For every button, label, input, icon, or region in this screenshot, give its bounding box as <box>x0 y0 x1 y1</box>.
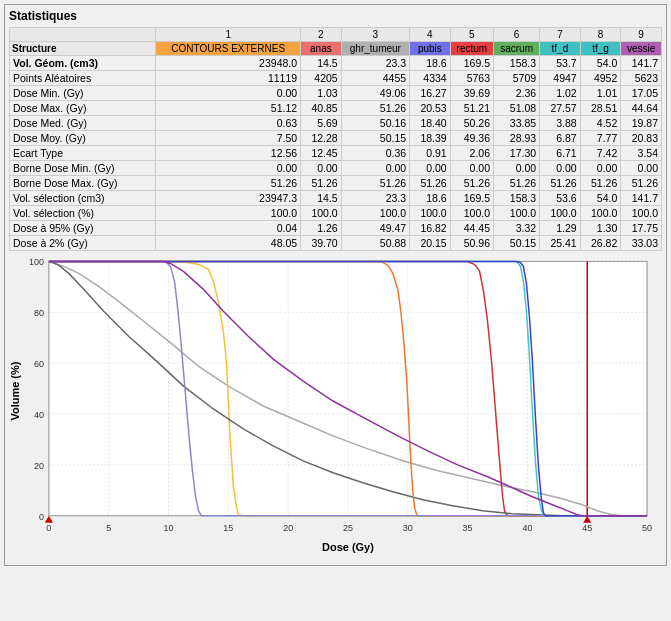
cell-value: 33.85 <box>494 116 540 131</box>
cell-value: 0.00 <box>156 161 301 176</box>
table-row: Points Aléatoires11119420544554334576357… <box>10 71 662 86</box>
cell-value: 4455 <box>341 71 409 86</box>
cell-value: 33.03 <box>621 236 662 251</box>
stats-body: Vol. Géom. (cm3)23948.014.523.318.6169.5… <box>10 56 662 251</box>
cell-value: 25.41 <box>540 236 581 251</box>
table-row: Dose Moy. (Gy)7.5012.2850.1518.3949.3628… <box>10 131 662 146</box>
x-tick-25: 25 <box>343 523 353 533</box>
cell-value: 48.05 <box>156 236 301 251</box>
struct-tfd: tf_d <box>540 42 581 56</box>
cell-value: 20.83 <box>621 131 662 146</box>
table-row: Borne Dose Min. (Gy)0.000.000.000.000.00… <box>10 161 662 176</box>
row-label: Borne Dose Max. (Gy) <box>10 176 156 191</box>
structure-label: Structure <box>10 42 156 56</box>
cell-value: 5.69 <box>301 116 342 131</box>
cell-value: 17.30 <box>494 146 540 161</box>
cell-value: 0.00 <box>580 161 621 176</box>
struct-rectum: rectum <box>450 42 493 56</box>
col-header-5: 5 <box>450 28 493 42</box>
col-header-1: 1 <box>156 28 301 42</box>
y-tick-80: 80 <box>34 308 44 318</box>
cell-value: 50.26 <box>450 116 493 131</box>
row-label: Points Aléatoires <box>10 71 156 86</box>
cell-value: 0.00 <box>301 161 342 176</box>
cell-value: 49.47 <box>341 221 409 236</box>
y-tick-60: 60 <box>34 359 44 369</box>
cell-value: 19.87 <box>621 116 662 131</box>
cell-value: 54.0 <box>580 56 621 71</box>
structure-row: Structure CONTOURS EXTERNES anas ghr_tum… <box>10 42 662 56</box>
cell-value: 100.0 <box>494 206 540 221</box>
cell-value: 158.3 <box>494 191 540 206</box>
cell-value: 169.5 <box>450 56 493 71</box>
x-tick-40: 40 <box>522 523 532 533</box>
cell-value: 18.40 <box>410 116 451 131</box>
cell-value: 100.0 <box>410 206 451 221</box>
y-tick-100: 100 <box>29 257 44 267</box>
row-label: Dose Med. (Gy) <box>10 116 156 131</box>
marker-start <box>45 516 53 523</box>
row-label: Dose Moy. (Gy) <box>10 131 156 146</box>
cell-value: 51.12 <box>156 101 301 116</box>
cell-value: 28.51 <box>580 101 621 116</box>
table-row: Dose Med. (Gy)0.635.6950.1618.4050.2633.… <box>10 116 662 131</box>
col-header-label <box>10 28 156 42</box>
table-row: Dose Max. (Gy)51.1240.8551.2620.5351.215… <box>10 101 662 116</box>
cell-value: 51.26 <box>156 176 301 191</box>
struct-sacrum: sacrum <box>494 42 540 56</box>
y-axis-label: Volume (%) <box>9 361 21 420</box>
struct-ghr: ghr_tumeur <box>341 42 409 56</box>
cell-value: 12.56 <box>156 146 301 161</box>
row-label: Dose à 2% (Gy) <box>10 236 156 251</box>
struct-tfg: tf_g <box>580 42 621 56</box>
cell-value: 100.0 <box>580 206 621 221</box>
cell-value: 0.63 <box>156 116 301 131</box>
cell-value: 158.3 <box>494 56 540 71</box>
main-panel: Statistiques 1 2 3 4 5 6 7 8 9 Structure… <box>4 4 667 566</box>
cell-value: 4.52 <box>580 116 621 131</box>
table-row: Vol. sélection (cm3)23947.314.523.318.61… <box>10 191 662 206</box>
x-tick-45: 45 <box>582 523 592 533</box>
cell-value: 17.05 <box>621 86 662 101</box>
x-tick-5: 5 <box>106 523 111 533</box>
cell-value: 12.28 <box>301 131 342 146</box>
cell-value: 50.16 <box>341 116 409 131</box>
x-tick-15: 15 <box>223 523 233 533</box>
cell-value: 28.93 <box>494 131 540 146</box>
y-tick-20: 20 <box>34 461 44 471</box>
cell-value: 51.26 <box>301 176 342 191</box>
cell-value: 7.42 <box>580 146 621 161</box>
cell-value: 39.69 <box>450 86 493 101</box>
cell-value: 51.21 <box>450 101 493 116</box>
cell-value: 141.7 <box>621 56 662 71</box>
x-tick-10: 10 <box>164 523 174 533</box>
cell-value: 50.88 <box>341 236 409 251</box>
col-header-9: 9 <box>621 28 662 42</box>
row-label: Borne Dose Min. (Gy) <box>10 161 156 176</box>
cell-value: 0.00 <box>156 86 301 101</box>
cell-value: 1.29 <box>540 221 581 236</box>
cell-value: 0.36 <box>341 146 409 161</box>
cell-value: 0.00 <box>494 161 540 176</box>
table-row: Dose à 2% (Gy)48.0539.7050.8820.1550.965… <box>10 236 662 251</box>
cell-value: 5763 <box>450 71 493 86</box>
cell-value: 5623 <box>621 71 662 86</box>
table-row: Ecart Type12.5612.450.360.912.0617.306.7… <box>10 146 662 161</box>
cell-value: 23.3 <box>341 56 409 71</box>
panel-title: Statistiques <box>9 9 662 23</box>
cell-value: 0.00 <box>341 161 409 176</box>
cell-value: 0.04 <box>156 221 301 236</box>
stats-table: 1 2 3 4 5 6 7 8 9 Structure CONTOURS EXT… <box>9 27 662 251</box>
cell-value: 23947.3 <box>156 191 301 206</box>
cell-value: 0.00 <box>450 161 493 176</box>
col-header-8: 8 <box>580 28 621 42</box>
x-tick-20: 20 <box>283 523 293 533</box>
cell-value: 17.75 <box>621 221 662 236</box>
table-row: Vol. Géom. (cm3)23948.014.523.318.6169.5… <box>10 56 662 71</box>
cell-value: 100.0 <box>450 206 493 221</box>
cell-value: 141.7 <box>621 191 662 206</box>
table-row: Vol. sélection (%)100.0100.0100.0100.010… <box>10 206 662 221</box>
cell-value: 44.64 <box>621 101 662 116</box>
y-tick-0: 0 <box>39 512 44 522</box>
cell-value: 49.36 <box>450 131 493 146</box>
